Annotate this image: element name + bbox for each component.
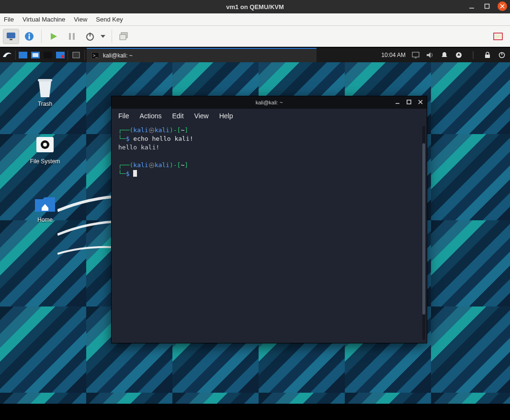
show-details-button[interactable] xyxy=(21,29,37,44)
fullscreen-button[interactable] xyxy=(490,29,506,44)
trash-icon xyxy=(34,76,57,99)
terminal-menubar: File Actions Edit View Help xyxy=(112,109,427,123)
terminal-scrollbar[interactable] xyxy=(422,126,425,340)
terminal-titlebar[interactable]: kali@kali: ~ xyxy=(112,96,427,109)
svg-point-7 xyxy=(28,33,30,34)
prompt-art: ) xyxy=(170,161,173,169)
svg-rect-21 xyxy=(33,53,38,57)
panel-separator-2 xyxy=(68,50,68,60)
shutdown-menu-button[interactable] xyxy=(98,29,108,44)
kali-panel: >_ kali@kali: ~ 10:04 AM xyxy=(0,48,510,62)
svg-rect-28 xyxy=(412,52,419,57)
pause-icon xyxy=(68,33,76,40)
workspace-4-button[interactable] xyxy=(54,48,67,62)
desktop-icon-home[interactable]: Home xyxy=(22,192,68,223)
terminal-cursor xyxy=(133,170,137,177)
panel-separator xyxy=(15,50,16,60)
scrollbar-thumb[interactable] xyxy=(422,143,425,315)
kali-dragon-icon xyxy=(2,50,12,60)
svg-rect-11 xyxy=(73,33,75,40)
host-toolbar xyxy=(0,26,510,47)
close-button[interactable] xyxy=(498,1,507,11)
menu-file[interactable]: File xyxy=(4,16,14,23)
panel-separator-4 xyxy=(469,51,477,59)
updates-tray-icon[interactable] xyxy=(454,51,463,59)
prompt-art: - xyxy=(173,161,177,169)
menu-view[interactable]: View xyxy=(74,16,87,23)
display-tray-icon[interactable] xyxy=(411,51,420,59)
workspace-3-button[interactable] xyxy=(42,48,54,62)
terminal-body[interactable]: ┌──(kali㉿kali)-[~] └─$ echo hello kali! … xyxy=(112,123,427,343)
minimize-button[interactable] xyxy=(467,1,476,11)
prompt-user: kali xyxy=(133,126,148,134)
drive-icon xyxy=(34,133,57,156)
chevron-down-icon xyxy=(101,34,105,39)
svg-marker-9 xyxy=(51,33,57,40)
terminal-command: echo hello kali! xyxy=(133,135,193,142)
guest-display[interactable]: >_ kali@kali: ~ 10:04 AM xyxy=(0,47,510,420)
desktop-icon-label: File System xyxy=(30,158,60,165)
workspace-2-button[interactable] xyxy=(29,48,42,62)
svg-point-40 xyxy=(43,143,47,147)
prompt-art: ) xyxy=(170,126,173,134)
terminal-maximize-button[interactable] xyxy=(406,99,412,105)
taskbar-entry-label: kali@kali: ~ xyxy=(103,52,133,59)
prompt-art: └─ xyxy=(118,135,126,142)
terminal-menu-file[interactable]: File xyxy=(118,112,129,120)
svg-marker-14 xyxy=(101,35,105,38)
terminal-window[interactable]: kali@kali: ~ File Actions Edit View Help… xyxy=(111,96,427,343)
toolbar-separator-2 xyxy=(112,30,112,43)
terminal-output: hello kali! xyxy=(118,144,159,151)
prompt-sep: ㉿ xyxy=(148,126,155,134)
svg-rect-16 xyxy=(120,34,126,40)
workspace-icon xyxy=(31,52,40,58)
terminal-menu-help[interactable]: Help xyxy=(219,112,233,120)
terminal-menu-view[interactable]: View xyxy=(194,112,209,120)
maximize-button[interactable] xyxy=(482,1,492,11)
terminal-menu-edit[interactable]: Edit xyxy=(172,112,183,120)
prompt-host: kali xyxy=(155,126,170,134)
pause-button[interactable] xyxy=(64,29,80,44)
menu-virtual-machine[interactable]: Virtual Machine xyxy=(23,16,65,23)
host-window-titlebar: vm1 on QEMU/KVM xyxy=(0,0,510,13)
terminal-close-button[interactable] xyxy=(417,99,424,105)
panel-separator-3 xyxy=(84,50,85,60)
lock-tray-icon[interactable] xyxy=(483,51,492,59)
menu-send-key[interactable]: Send Key xyxy=(96,16,123,23)
prompt-sep: ㉿ xyxy=(148,161,155,169)
desktop-icon-filesystem[interactable]: File System xyxy=(22,133,68,165)
volume-tray-icon[interactable] xyxy=(426,51,434,59)
svg-rect-25 xyxy=(73,52,79,58)
workspace-icon xyxy=(56,52,65,58)
show-console-button[interactable] xyxy=(3,29,19,44)
home-folder-icon xyxy=(34,192,57,215)
panel-clock[interactable]: 10:04 AM xyxy=(381,52,406,58)
host-window-title: vm1 on QEMU/KVM xyxy=(226,3,284,11)
run-button[interactable] xyxy=(45,29,62,44)
files-launcher[interactable] xyxy=(69,48,83,62)
toolbar-separator xyxy=(41,30,42,43)
prompt-art: ┌──( xyxy=(118,161,133,169)
svg-rect-19 xyxy=(19,52,27,58)
host-window-controls xyxy=(467,1,507,11)
shutdown-button[interactable] xyxy=(82,29,98,44)
power-tray-icon[interactable] xyxy=(498,51,506,59)
prompt-dollar: $ xyxy=(126,135,130,142)
notifications-tray-icon[interactable] xyxy=(440,51,449,59)
snapshots-button[interactable] xyxy=(116,29,132,44)
terminal-minimize-button[interactable] xyxy=(394,99,401,105)
kali-menu-button[interactable] xyxy=(0,48,14,62)
workspace-1-button[interactable] xyxy=(17,48,29,62)
svg-text:>_: >_ xyxy=(93,53,98,58)
taskbar-entry-terminal[interactable]: >_ kali@kali: ~ xyxy=(87,48,317,62)
prompt-art: ] xyxy=(184,126,188,134)
fullscreen-icon xyxy=(493,33,503,40)
host-menubar: File Virtual Machine View Send Key xyxy=(0,13,510,26)
terminal-icon: >_ xyxy=(91,52,99,59)
guest-letterbox xyxy=(0,404,510,420)
prompt-art: - xyxy=(173,126,177,134)
terminal-menu-actions[interactable]: Actions xyxy=(140,112,162,120)
snapshot-icon xyxy=(119,32,129,41)
workspace-icon xyxy=(44,52,52,58)
desktop-icon-trash[interactable]: Trash xyxy=(22,76,68,107)
